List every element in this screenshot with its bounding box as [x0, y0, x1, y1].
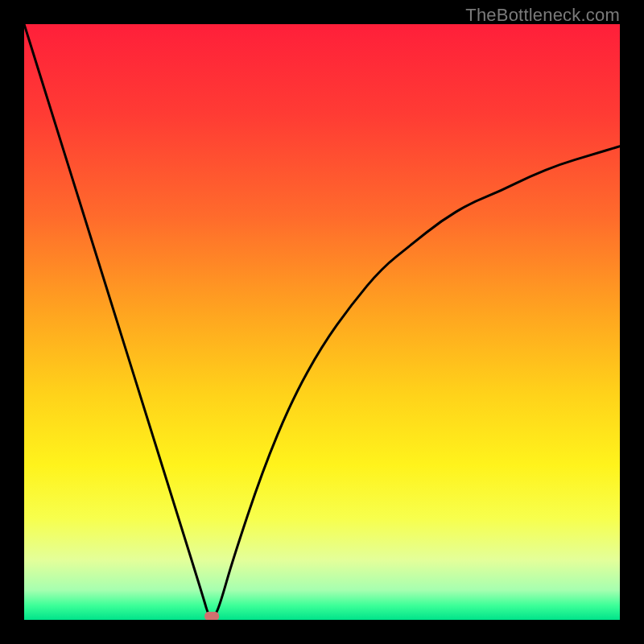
chart-frame	[24, 24, 620, 620]
marker-dot	[204, 612, 219, 620]
watermark-text: TheBottleneck.com	[465, 5, 620, 26]
gradient-background	[24, 24, 620, 620]
plot-area	[24, 24, 620, 620]
bottleneck-chart	[24, 24, 620, 620]
